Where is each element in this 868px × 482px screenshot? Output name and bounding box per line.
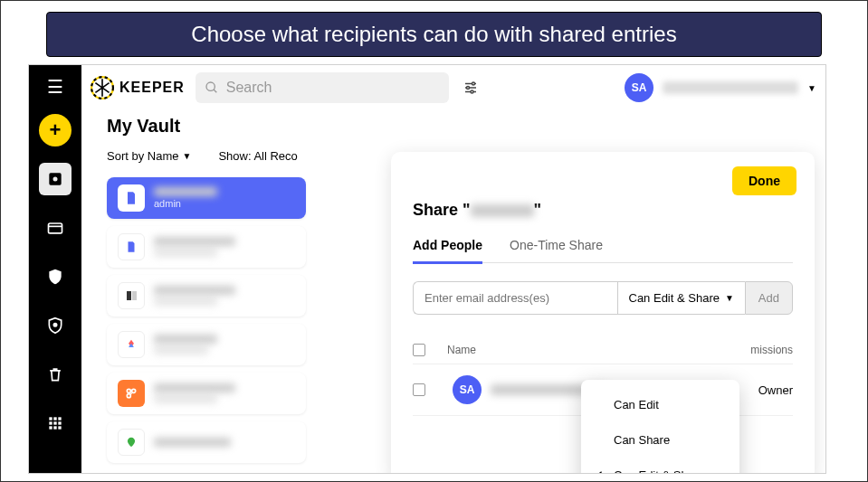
permission-select[interactable]: Can Edit & Share▼ [617,281,745,315]
record-subtitle-redacted [154,297,217,306]
svg-rect-24 [129,197,133,200]
filter-button[interactable] [460,77,482,99]
record-subtitle: admin [154,198,217,209]
chevron-down-icon: ▼ [725,293,734,303]
sidebar: ☰ + [29,65,81,473]
svg-rect-5 [49,417,52,420]
record-icon [118,233,145,260]
svg-rect-6 [53,417,56,420]
record-item-selected[interactable]: admin [107,177,306,219]
svg-rect-10 [58,421,61,424]
add-people-button[interactable]: Add [745,281,793,315]
share-tabs: Add People One-Time Share [413,238,793,263]
record-icon [118,331,145,358]
nav-apps[interactable] [39,407,72,439]
done-button[interactable]: Done [732,166,796,195]
record-icon [118,380,145,407]
record-title-redacted [154,438,231,447]
record-icon [118,184,145,212]
grid-icon [46,414,64,432]
svg-rect-13 [58,426,61,429]
svg-rect-12 [53,426,56,429]
svg-point-22 [466,87,469,90]
email-input[interactable] [413,281,617,315]
record-item[interactable] [107,421,306,463]
hamburger-menu-icon[interactable]: ☰ [47,76,63,98]
page-title: My Vault [107,116,813,137]
record-title-redacted [154,237,235,246]
instruction-banner: Choose what recipients can do with share… [46,12,822,57]
record-subtitle-redacted [154,248,217,257]
record-title-redacted [154,383,235,392]
search-icon [205,80,219,95]
col-permissions: missions [702,344,793,356]
nav-trash[interactable] [39,358,72,391]
record-title-redacted [154,187,217,196]
chevron-down-icon: ▼ [807,83,816,93]
col-name: Name [440,344,702,356]
svg-rect-11 [49,426,52,429]
permission-dropdown: Can Edit Can Share Can Edit & Share View… [581,380,739,474]
record-icon [118,429,145,456]
dropdown-option-can-edit[interactable]: Can Edit [581,387,739,422]
svg-point-21 [472,82,474,85]
main-area: My Vault Sort by Name▼ Show: All Reco ad… [94,110,825,473]
svg-point-25 [127,389,130,392]
svg-rect-7 [58,417,61,420]
record-subtitle-redacted [154,345,208,354]
svg-point-26 [132,389,136,392]
nav-breachwatch[interactable] [39,309,72,342]
record-item[interactable] [107,373,306,414]
nav-security[interactable] [39,260,72,293]
record-list: admin [107,177,306,463]
record-title-redacted [154,335,217,344]
dropdown-option-can-edit-share[interactable]: Can Edit & Share [581,458,739,474]
tab-one-time-share[interactable]: One-Time Share [510,238,603,262]
logo: KEEPER [91,76,185,99]
svg-point-4 [53,324,56,326]
add-button[interactable]: + [39,114,72,146]
svg-rect-8 [49,421,52,424]
logo-text: KEEPER [119,80,185,96]
logo-icon [91,76,114,99]
share-entry-name-redacted [471,204,534,217]
svg-point-23 [471,90,473,93]
app-frame: ☰ + KEEPER Search [28,64,826,474]
user-avatar: SA [625,73,653,102]
share-modal: Done Share "" Add People One-Time Share … [391,152,815,474]
shield-icon [46,268,64,286]
vault-icon [46,170,64,188]
svg-point-1 [53,177,58,182]
search-box[interactable]: Search [196,72,449,103]
sliders-icon [463,80,479,96]
record-item[interactable] [107,324,306,365]
add-people-row: Can Edit & Share▼ Add [413,281,793,315]
svg-point-16 [206,82,215,90]
person-avatar: SA [453,375,482,404]
show-control[interactable]: Show: All Reco [218,149,297,163]
nav-vault[interactable] [39,163,72,195]
record-title-redacted [154,286,235,295]
user-name-redacted: ________________ [663,81,798,94]
user-area[interactable]: SA ________________ ▼ [625,73,816,102]
nav-payments[interactable] [39,212,72,244]
people-table-header: Name missions [413,336,793,364]
record-icon [118,282,145,309]
record-item[interactable] [107,226,306,268]
sort-control[interactable]: Sort by Name▼ [107,149,191,163]
share-title: Share "" [413,201,793,220]
card-icon [46,219,64,237]
svg-rect-2 [49,223,62,233]
dropdown-option-can-share[interactable]: Can Share [581,422,739,458]
record-item[interactable] [107,275,306,317]
tab-add-people[interactable]: Add People [413,238,482,264]
select-all-checkbox[interactable] [413,344,425,356]
trash-icon [46,365,64,383]
shield-alert-icon [46,317,64,335]
record-subtitle-redacted [154,394,217,403]
svg-line-30 [130,392,131,393]
svg-point-27 [127,394,130,398]
svg-rect-9 [53,421,56,424]
search-placeholder: Search [226,80,272,96]
row-checkbox[interactable] [413,383,425,396]
